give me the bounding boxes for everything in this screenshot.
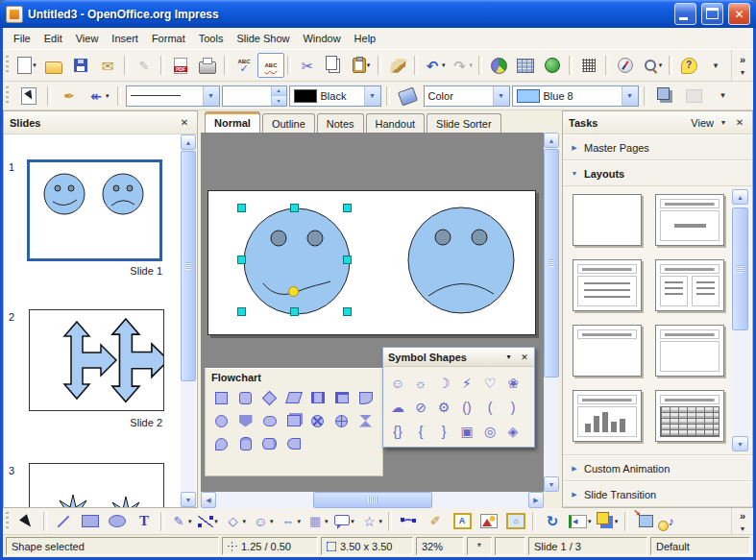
hyperlink-button[interactable] bbox=[539, 53, 566, 78]
table-button[interactable] bbox=[512, 53, 539, 78]
edit-file-button[interactable]: ✎ bbox=[131, 53, 158, 78]
flowchart-data-icon[interactable] bbox=[281, 386, 305, 409]
layout-title-slide[interactable] bbox=[655, 194, 724, 246]
maximize-button[interactable] bbox=[701, 3, 723, 25]
paste-button[interactable] bbox=[348, 53, 375, 78]
combo-arrow-icon[interactable] bbox=[622, 86, 638, 106]
cloud-icon[interactable]: ☁ bbox=[386, 395, 409, 419]
menu-item[interactable]: File bbox=[7, 30, 37, 47]
callouts-button[interactable] bbox=[331, 510, 358, 533]
area-style-select[interactable]: Color bbox=[424, 85, 510, 107]
fontwork-button[interactable]: A bbox=[449, 510, 476, 533]
navigator-button[interactable] bbox=[612, 53, 639, 78]
right-brace-icon[interactable]: } bbox=[432, 419, 455, 443]
flowchart-terminator-icon[interactable] bbox=[257, 409, 281, 432]
close-icon[interactable] bbox=[733, 116, 746, 130]
flowchart-collate-icon[interactable] bbox=[354, 409, 378, 432]
dropdown-arrow-icon[interactable] bbox=[718, 118, 729, 127]
titlebar[interactable]: Untitled3 - OpenOffice.org Impress bbox=[0, 0, 756, 28]
octagon-bevel-icon[interactable]: ◎ bbox=[478, 419, 501, 443]
line-color-select[interactable]: Black bbox=[289, 85, 381, 107]
stars-button[interactable]: ☆ bbox=[358, 510, 386, 533]
prohibited-icon[interactable]: ⊘ bbox=[409, 395, 432, 419]
copy-button[interactable] bbox=[321, 53, 348, 78]
toolbar-overflow-button[interactable] bbox=[740, 54, 745, 65]
flower-icon[interactable]: ❀ bbox=[501, 371, 524, 395]
canvas-horizontal-scrollbar[interactable] bbox=[201, 492, 544, 508]
selection-handle[interactable] bbox=[237, 204, 246, 212]
from-file-button[interactable] bbox=[502, 510, 529, 533]
moon-icon[interactable]: ☽ bbox=[432, 371, 455, 395]
right-bracket-icon[interactable]: ) bbox=[501, 395, 524, 419]
page-style-cell[interactable]: Default bbox=[650, 537, 750, 555]
toolbar-grip[interactable] bbox=[5, 86, 10, 106]
flowchart-stored-data-icon[interactable] bbox=[281, 432, 305, 455]
slide-canvas[interactable]: Flowchart bbox=[201, 133, 544, 492]
email-button[interactable]: ✉ bbox=[94, 53, 121, 78]
tab-handout[interactable]: Handout bbox=[366, 113, 426, 133]
text-button[interactable]: T bbox=[131, 510, 158, 533]
help-button[interactable]: ? bbox=[675, 53, 702, 78]
area-button[interactable] bbox=[395, 84, 422, 109]
scroll-right-icon[interactable] bbox=[528, 492, 544, 508]
spinner[interactable] bbox=[271, 86, 286, 106]
selection-handle[interactable] bbox=[290, 204, 299, 212]
scroll-up-icon[interactable] bbox=[181, 134, 196, 150]
toolbar-grip[interactable] bbox=[5, 512, 10, 531]
selection-handle[interactable] bbox=[343, 307, 352, 316]
close-icon[interactable] bbox=[518, 351, 531, 364]
scroll-up-icon[interactable] bbox=[732, 189, 748, 205]
minimize-button[interactable] bbox=[674, 3, 696, 25]
scroll-left-icon[interactable] bbox=[201, 492, 216, 508]
select-button[interactable] bbox=[13, 510, 40, 533]
selection-handle[interactable] bbox=[237, 307, 246, 316]
scrollbar-thumb[interactable] bbox=[544, 149, 559, 377]
flowchart-sequential-access-icon[interactable] bbox=[209, 432, 233, 455]
line-width-input[interactable] bbox=[222, 85, 287, 107]
zoom-level-cell[interactable]: 32% bbox=[416, 537, 464, 555]
dropdown-arrow-icon[interactable] bbox=[502, 353, 515, 361]
view-menu-button[interactable]: View bbox=[691, 117, 714, 129]
canvas-vertical-scrollbar[interactable] bbox=[544, 133, 559, 492]
interaction-button[interactable] bbox=[631, 510, 658, 533]
ellipse-button[interactable] bbox=[104, 510, 131, 533]
shadow-button[interactable] bbox=[652, 84, 679, 109]
format-paintbrush-button[interactable] bbox=[384, 53, 411, 78]
slide-thumbnail-2[interactable] bbox=[29, 309, 164, 411]
flowchart-process-icon[interactable] bbox=[209, 386, 233, 409]
selection-handle[interactable] bbox=[290, 307, 299, 316]
crop-picture-button[interactable] bbox=[681, 84, 708, 109]
double-bracket-icon[interactable]: () bbox=[455, 395, 478, 419]
menu-item[interactable]: View bbox=[69, 30, 106, 47]
gallery-button[interactable] bbox=[476, 510, 502, 533]
selection-handle[interactable] bbox=[343, 256, 352, 264]
tab-outline[interactable]: Outline bbox=[262, 113, 315, 133]
rotate-button[interactable]: ↻ bbox=[539, 510, 566, 533]
layout-title-table[interactable] bbox=[655, 390, 724, 442]
flowchart-or-icon[interactable] bbox=[305, 409, 329, 432]
arrow-style-button[interactable] bbox=[85, 84, 112, 109]
tab-notes[interactable]: Notes bbox=[317, 113, 364, 133]
flowchart-alternate-process-icon[interactable] bbox=[233, 386, 257, 409]
curve-button[interactable]: ✎ bbox=[167, 510, 195, 533]
flowchart-off-page-connector-icon[interactable] bbox=[233, 409, 257, 432]
section-layouts[interactable]: Layouts bbox=[563, 160, 752, 186]
scroll-down-icon[interactable] bbox=[544, 476, 559, 492]
redo-button[interactable]: ↷ bbox=[449, 53, 476, 78]
rectangle-button[interactable] bbox=[77, 510, 104, 533]
flowchart-button[interactable]: ▦ bbox=[304, 510, 331, 533]
scroll-down-icon[interactable] bbox=[732, 436, 748, 451]
tab-normal[interactable]: Normal bbox=[205, 111, 260, 133]
section-master-pages[interactable]: Master Pages bbox=[563, 134, 752, 160]
toolbar-overflow-button[interactable] bbox=[740, 510, 745, 522]
menu-item[interactable]: Window bbox=[296, 30, 347, 47]
line-style-select[interactable] bbox=[126, 85, 220, 107]
flowchart-magnetic-disc-icon[interactable] bbox=[233, 432, 257, 455]
menu-item[interactable]: Slide Show bbox=[230, 30, 296, 47]
edit-points-button[interactable] bbox=[395, 510, 422, 533]
grid-button[interactable] bbox=[575, 53, 602, 78]
flowchart-decision-icon[interactable] bbox=[257, 386, 281, 409]
slide-thumbnail-3[interactable] bbox=[29, 463, 164, 507]
cut-button[interactable]: ✂ bbox=[294, 53, 321, 78]
animation-button[interactable]: ♪ bbox=[658, 510, 685, 533]
